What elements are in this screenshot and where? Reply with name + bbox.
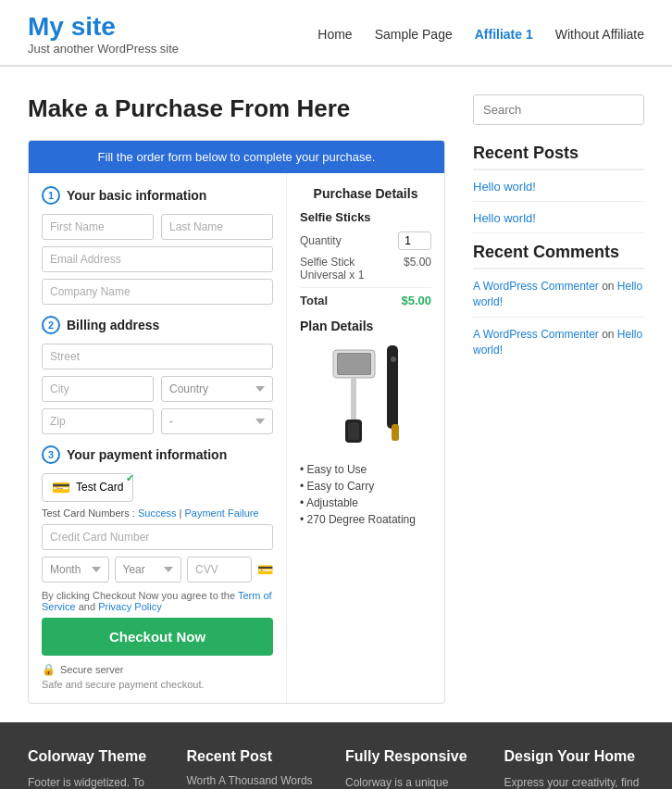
- feature-item: 270 Degree Roatating: [300, 511, 431, 528]
- item-label: Selfie Stick Universal x 1: [300, 256, 404, 282]
- test-card-numbers: Test Card Numbers : Success | Payment Fa…: [42, 507, 273, 519]
- country-select[interactable]: Country: [161, 376, 273, 402]
- step3-label: Your payment information: [67, 447, 227, 462]
- step3-heading: 3 Your payment information: [42, 445, 273, 464]
- footer-col-4: Design Your Home Express your creativity…: [504, 748, 645, 789]
- street-row: [42, 344, 273, 369]
- email-row: [42, 246, 273, 272]
- form-header: Fill the order form below to complete yo…: [29, 141, 444, 173]
- company-row: [42, 279, 273, 305]
- nav-affiliate1[interactable]: Affiliate 1: [475, 27, 533, 42]
- name-row: [42, 214, 273, 240]
- search-input[interactable]: [474, 95, 644, 124]
- card-number-row: [42, 524, 273, 550]
- step2-label: Billing address: [67, 318, 159, 332]
- site-branding: My site Just another WordPress site: [28, 13, 179, 56]
- site-title: My site: [28, 13, 179, 42]
- test-card-button[interactable]: 💳 Test Card ✔: [42, 473, 133, 502]
- form-left-panel: 1 Your basic information: [29, 173, 287, 703]
- city-country-row: Country: [42, 376, 273, 402]
- footer-col-1: Colorway Theme Footer is widgetized. To …: [28, 748, 168, 789]
- cvv-input[interactable]: [187, 557, 252, 582]
- footer-col4-title: Design Your Home: [504, 748, 645, 765]
- footer-post-link-1[interactable]: Worth A Thousand Words: [187, 774, 328, 787]
- privacy-link[interactable]: Privacy Policy: [98, 601, 161, 612]
- form-right-panel: Purchase Details Selfie Sticks Quantity …: [287, 173, 444, 703]
- comment-1: A WordPress Commenter on Hello world!: [473, 279, 644, 310]
- post-link-1[interactable]: Hello world!: [473, 180, 644, 194]
- site-tagline: Just another WordPress site: [28, 42, 179, 56]
- secure-tagline: Safe and secure payment checkout.: [42, 679, 273, 690]
- footer-col1-text: Footer is widgetized. To setup the foote…: [28, 774, 168, 789]
- card-number-input[interactable]: [42, 524, 273, 550]
- step3-number: 3: [42, 445, 60, 464]
- success-link[interactable]: Success: [138, 507, 177, 519]
- last-name-input[interactable]: [161, 214, 273, 240]
- selfie-stick-svg: [305, 341, 426, 452]
- year-select[interactable]: Year: [115, 557, 182, 582]
- footer-col2-title: Recent Post: [187, 748, 328, 765]
- zip-select[interactable]: -: [161, 408, 273, 434]
- features-list: Easy to UseEasy to CarryAdjustable270 De…: [300, 461, 431, 528]
- test-card-label: Test Card: [76, 481, 123, 494]
- footer-col-3: Fully Responsive Colorway is a unique re…: [345, 748, 486, 789]
- main-nav: Home Sample Page Affiliate 1 Without Aff…: [317, 27, 644, 42]
- purchase-title: Purchase Details: [300, 186, 431, 201]
- search-box: [473, 94, 644, 125]
- nav-sample-page[interactable]: Sample Page: [375, 27, 453, 42]
- nav-without-affiliate[interactable]: Without Affiliate: [555, 27, 644, 42]
- comment-divider-1: [473, 317, 644, 318]
- commenter-link-2[interactable]: A WordPress Commenter: [473, 328, 599, 341]
- step1-label: Your basic information: [67, 188, 206, 203]
- footer-col3-title: Fully Responsive: [345, 748, 486, 765]
- failure-link[interactable]: Payment Failure: [184, 507, 258, 519]
- svg-rect-5: [348, 422, 359, 440]
- item-price: $5.00: [404, 256, 431, 282]
- svg-rect-7: [392, 424, 399, 441]
- cvv-row: Month Year 💳: [42, 557, 273, 582]
- content-area: Make a Purchase From Here Fill the order…: [28, 94, 445, 704]
- feature-item: Easy to Carry: [300, 478, 431, 495]
- recent-posts-title: Recent Posts: [473, 144, 644, 170]
- product-name: Selfie Sticks: [300, 210, 431, 224]
- post-divider-2: [473, 232, 644, 233]
- total-label: Total: [300, 294, 328, 307]
- billing-section: 2 Billing address Country: [42, 316, 273, 434]
- city-input[interactable]: [42, 376, 154, 402]
- svg-point-8: [391, 357, 396, 362]
- first-name-input[interactable]: [42, 214, 154, 240]
- company-input[interactable]: [42, 279, 273, 305]
- svg-rect-3: [351, 378, 356, 424]
- check-icon: ✔: [126, 472, 134, 484]
- plan-title: Plan Details: [300, 319, 431, 333]
- post-link-2[interactable]: Hello world!: [473, 211, 644, 225]
- page-title: Make a Purchase From Here: [28, 94, 445, 123]
- svg-rect-2: [338, 354, 370, 374]
- total-price: $5.00: [401, 294, 431, 307]
- nav-home[interactable]: Home: [317, 27, 352, 42]
- quantity-input[interactable]: [398, 232, 431, 250]
- checkout-button[interactable]: Checkout Now: [42, 618, 273, 656]
- zip-input[interactable]: [42, 408, 154, 434]
- quantity-row: Quantity: [300, 232, 431, 250]
- feature-item: Adjustable: [300, 495, 431, 511]
- item-row: Selfie Stick Universal x 1 $5.00: [300, 256, 431, 282]
- step2-number: 2: [42, 316, 60, 334]
- payment-section: 3 Your payment information 💳 Test Card ✔…: [42, 445, 273, 582]
- secure-label: Secure server: [60, 664, 123, 675]
- email-input[interactable]: [42, 246, 273, 272]
- secure-row: 🔒 Secure server: [42, 663, 273, 676]
- month-select[interactable]: Month: [42, 557, 109, 582]
- feature-item: Easy to Use: [300, 461, 431, 478]
- total-row: Total $5.00: [300, 294, 431, 307]
- step1-heading: 1 Your basic information: [42, 186, 273, 205]
- street-input[interactable]: [42, 344, 273, 369]
- quantity-label: Quantity: [300, 234, 342, 247]
- site-header: My site Just another WordPress site Home…: [0, 0, 672, 67]
- sidebar: Recent Posts Hello world! Hello world! R…: [473, 94, 644, 704]
- product-image: [300, 341, 431, 452]
- step2-heading: 2 Billing address: [42, 316, 273, 334]
- lock-icon: 🔒: [42, 663, 56, 676]
- footer-col-2: Recent Post Worth A Thousand Words Categ…: [187, 748, 328, 789]
- commenter-link-1[interactable]: A WordPress Commenter: [473, 280, 599, 293]
